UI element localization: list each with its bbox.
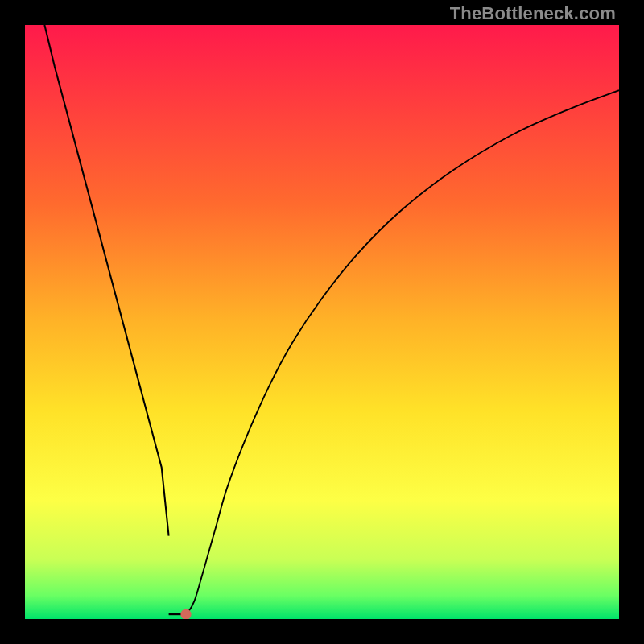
bottleneck-chart [25,25,619,619]
watermark-text: TheBottleneck.com [450,3,616,24]
gradient-background [25,25,619,619]
chart-frame [25,25,619,619]
